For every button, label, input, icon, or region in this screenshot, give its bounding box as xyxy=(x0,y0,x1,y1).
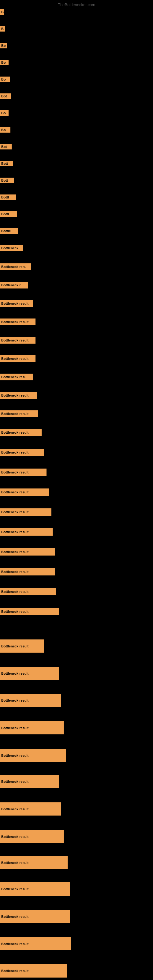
bar-item-4: Bo xyxy=(0,60,9,65)
bar-item-43: Bottleneck result xyxy=(0,856,68,869)
bar-label-19: Bottleneck result xyxy=(0,318,35,325)
bar-label-36: Bottleneck result xyxy=(0,667,59,680)
bar-item-12: Bottl xyxy=(0,194,16,200)
bar-item-17: Bottleneck r xyxy=(0,282,28,288)
bar-label-37: Bottleneck result xyxy=(0,694,61,707)
bar-label-27: Bottleneck result xyxy=(0,469,46,476)
bar-label-23: Bottleneck result xyxy=(0,392,37,399)
bar-item-25: Bottleneck result xyxy=(0,429,41,436)
bar-label-5: Bo xyxy=(0,76,10,82)
bar-item-1: B xyxy=(0,9,4,15)
bar-label-11: Bott xyxy=(0,178,14,183)
bar-item-26: Bottleneck result xyxy=(0,449,44,456)
bar-label-46: Bottleneck result xyxy=(0,937,71,950)
bar-label-4: Bo xyxy=(0,60,9,65)
bar-label-14: Bottle xyxy=(0,228,18,234)
bar-label-18: Bottleneck result xyxy=(0,300,33,307)
bar-label-2: B xyxy=(0,26,5,32)
bar-item-36: Bottleneck result xyxy=(0,667,59,680)
bar-label-43: Bottleneck result xyxy=(0,856,68,869)
bar-label-24: Bottleneck result xyxy=(0,410,38,417)
bar-label-21: Bottleneck result xyxy=(0,355,35,362)
bar-label-47: Bottleneck result xyxy=(0,964,67,978)
bar-label-41: Bottleneck result xyxy=(0,802,61,816)
bar-label-12: Bottl xyxy=(0,194,16,200)
bar-item-33: Bottleneck result xyxy=(0,588,56,595)
bar-item-41: Bottleneck result xyxy=(0,802,61,816)
bar-item-42: Bottleneck result xyxy=(0,830,64,843)
bar-item-18: Bottleneck result xyxy=(0,300,33,307)
bar-item-7: Bo xyxy=(0,110,9,116)
bar-item-38: Bottleneck result xyxy=(0,721,64,734)
bar-label-25: Bottleneck result xyxy=(0,429,41,436)
bar-label-30: Bottleneck result xyxy=(0,528,53,536)
bar-label-32: Bottleneck result xyxy=(0,568,55,576)
bar-label-29: Bottleneck result xyxy=(0,508,51,516)
bar-label-26: Bottleneck result xyxy=(0,449,44,456)
bar-item-32: Bottleneck result xyxy=(0,568,55,576)
bar-item-13: Bottl xyxy=(0,211,17,217)
bar-label-44: Bottleneck result xyxy=(0,882,70,896)
bar-item-3: Bo xyxy=(0,43,7,48)
bar-item-47: Bottleneck result xyxy=(0,964,67,978)
bar-label-34: Bottleneck result xyxy=(0,608,59,615)
bar-item-14: Bottle xyxy=(0,228,18,234)
bar-item-45: Bottleneck result xyxy=(0,910,70,923)
bar-label-15: Bottleneck xyxy=(0,245,23,251)
bar-item-39: Bottleneck result xyxy=(0,749,66,762)
bar-item-40: Bottleneck result xyxy=(0,775,59,788)
bar-label-40: Bottleneck result xyxy=(0,775,59,788)
bar-item-44: Bottleneck result xyxy=(0,882,70,896)
bar-label-9: Bot xyxy=(0,144,12,150)
bar-item-27: Bottleneck result xyxy=(0,469,46,476)
bar-item-2: B xyxy=(0,26,5,32)
bar-label-39: Bottleneck result xyxy=(0,749,66,762)
bar-label-13: Bottl xyxy=(0,211,17,217)
bar-item-5: Bo xyxy=(0,76,10,82)
bar-item-35: Bottleneck result xyxy=(0,640,44,652)
bar-item-28: Bottleneck result xyxy=(0,488,49,496)
bar-label-35: Bottleneck result xyxy=(0,640,44,652)
site-title: TheBottlenecker.com xyxy=(58,2,95,7)
bar-item-21: Bottleneck result xyxy=(0,355,35,362)
bar-label-38: Bottleneck result xyxy=(0,721,64,734)
bar-label-16: Bottleneck resu xyxy=(0,263,31,270)
bar-label-17: Bottleneck r xyxy=(0,282,28,288)
bar-item-9: Bot xyxy=(0,144,12,150)
bar-label-42: Bottleneck result xyxy=(0,830,64,843)
bar-label-7: Bo xyxy=(0,110,9,116)
bar-item-8: Bo xyxy=(0,127,10,133)
bar-item-6: Bot xyxy=(0,94,11,99)
bar-label-8: Bo xyxy=(0,127,10,133)
bar-label-31: Bottleneck result xyxy=(0,548,55,555)
bar-label-20: Bottleneck result xyxy=(0,337,35,344)
bar-item-15: Bottleneck xyxy=(0,245,23,251)
bar-item-19: Bottleneck result xyxy=(0,318,35,325)
bar-item-29: Bottleneck result xyxy=(0,508,51,516)
bar-item-30: Bottleneck result xyxy=(0,528,53,536)
bar-item-22: Bottleneck resu xyxy=(0,374,33,380)
bar-item-11: Bott xyxy=(0,178,14,183)
bar-item-23: Bottleneck result xyxy=(0,392,37,399)
bar-item-46: Bottleneck result xyxy=(0,937,71,950)
bar-item-10: Bott xyxy=(0,161,13,166)
bar-label-3: Bo xyxy=(0,43,7,48)
bar-item-37: Bottleneck result xyxy=(0,694,61,707)
bar-label-10: Bott xyxy=(0,161,13,166)
bar-item-34: Bottleneck result xyxy=(0,608,59,615)
bar-label-6: Bot xyxy=(0,94,11,99)
bar-label-22: Bottleneck resu xyxy=(0,374,33,380)
bar-item-31: Bottleneck result xyxy=(0,548,55,555)
bar-item-16: Bottleneck resu xyxy=(0,263,31,270)
bar-label-1: B xyxy=(0,9,4,15)
bar-item-20: Bottleneck result xyxy=(0,337,35,344)
bar-label-45: Bottleneck result xyxy=(0,910,70,923)
bar-label-33: Bottleneck result xyxy=(0,588,56,595)
bar-label-28: Bottleneck result xyxy=(0,488,49,496)
bar-item-24: Bottleneck result xyxy=(0,410,38,417)
